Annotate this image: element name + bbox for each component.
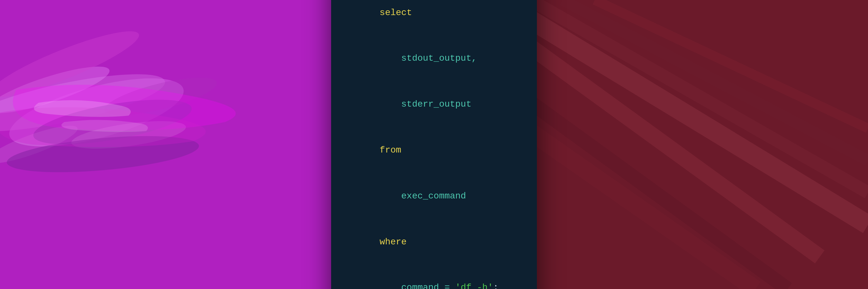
code-line-6: where [347, 219, 521, 265]
code-line-7: command = 'df -h'; [347, 264, 521, 289]
condition-field: command = [380, 283, 455, 289]
keyword-select: select [380, 7, 412, 17]
code-line-2: stdout_output, [347, 36, 521, 81]
code-line-5: exec_command [347, 173, 521, 219]
semicolon: ; [493, 283, 499, 289]
code-editor: select stdout_output, stderr_output from… [331, 0, 537, 289]
keyword-where: where [380, 237, 407, 247]
code-line-3: stderr_output [347, 81, 521, 127]
field-stdout: stdout_output, [380, 53, 477, 63]
terminal-window: steampipe cli select stdout_output, stde… [331, 0, 537, 289]
code-line-4: from [347, 127, 521, 173]
field-stderr: stderr_output [380, 99, 472, 109]
table-name: exec_command [380, 191, 466, 201]
code-line-1: select [347, 0, 521, 36]
condition-value: 'df -h' [455, 283, 493, 289]
keyword-from: from [380, 145, 401, 155]
